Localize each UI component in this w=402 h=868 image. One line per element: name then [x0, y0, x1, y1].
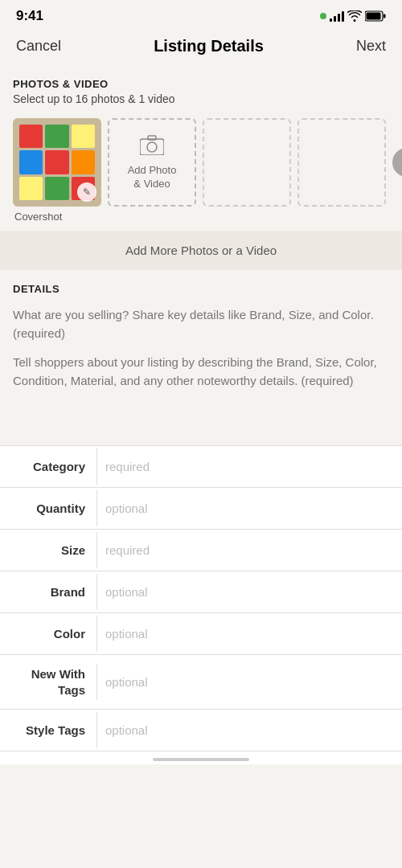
details-section: DETAILS [0, 270, 402, 437]
form-row-color[interactable]: Color optional [0, 613, 402, 655]
form-row-size[interactable]: Size required [0, 530, 402, 571]
brand-value[interactable]: optional [96, 574, 402, 610]
empty-photo-slot-1[interactable] [203, 118, 291, 207]
scroll-indicator [392, 118, 402, 207]
size-value[interactable]: required [96, 532, 402, 568]
size-label: Size [0, 531, 96, 570]
quantity-label: Quantity [0, 489, 96, 528]
photos-section-header: PHOTOS & VIDEO Select up to 16 photos & … [0, 67, 402, 108]
scroll-circle [392, 148, 402, 177]
battery-icon [365, 10, 386, 22]
brand-label: Brand [0, 573, 96, 612]
category-value[interactable]: required [96, 448, 402, 485]
style-tags-label: Style Tags [0, 711, 96, 750]
svg-point-0 [320, 13, 326, 19]
add-photo-button[interactable]: Add Photo& Video [108, 118, 196, 207]
form-row-style-tags[interactable]: Style Tags optional [0, 710, 402, 751]
nav-bar: Cancel Listing Details Next [0, 29, 402, 67]
category-label: Category [0, 448, 96, 486]
empty-photo-slot-2[interactable] [297, 118, 386, 207]
photos-section-subtitle: Select up to 16 photos & 1 video [13, 92, 389, 105]
form-row-new-with-tags[interactable]: New With Tags optional [0, 655, 402, 710]
quantity-value[interactable]: optional [96, 490, 402, 526]
signal-icon [330, 10, 344, 22]
camera-icon [140, 134, 164, 161]
svg-rect-6 [148, 136, 156, 140]
photos-row: ✎ Covershot Add Photo& Video [13, 118, 389, 223]
photos-section-title: PHOTOS & VIDEO [13, 78, 389, 90]
svg-point-5 [147, 142, 157, 152]
color-label: Color [0, 615, 96, 653]
new-with-tags-value[interactable]: optional [96, 664, 402, 700]
form-row-category[interactable]: Category required [0, 446, 402, 488]
form-table: Category required Quantity optional Size… [0, 445, 402, 751]
cancel-button[interactable]: Cancel [16, 38, 61, 55]
style-tags-value[interactable]: optional [96, 712, 402, 748]
covershot-wrapper: ✎ Covershot [13, 118, 101, 223]
photos-scroll-container: ✎ Covershot Add Photo& Video [0, 108, 402, 229]
listing-description-input[interactable] [13, 354, 389, 426]
green-dot-icon [320, 13, 326, 19]
status-icons [320, 10, 386, 22]
new-with-tags-label: New With Tags [0, 655, 96, 709]
listing-title-input[interactable] [13, 306, 389, 342]
svg-rect-3 [384, 14, 386, 18]
page-title: Listing Details [154, 37, 264, 55]
next-button[interactable]: Next [356, 38, 386, 55]
svg-rect-2 [367, 13, 381, 20]
wifi-icon [347, 10, 362, 22]
add-more-banner[interactable]: Add More Photos or a Video [0, 231, 402, 270]
scroll-indicator-bar [0, 751, 402, 764]
scroll-progress-bar [153, 758, 249, 761]
form-row-brand[interactable]: Brand optional [0, 571, 402, 613]
form-row-quantity[interactable]: Quantity optional [0, 488, 402, 530]
svg-rect-4 [140, 139, 164, 155]
details-section-title: DETAILS [13, 283, 389, 295]
color-value[interactable]: optional [96, 616, 402, 652]
covershot-image[interactable]: ✎ [13, 118, 101, 207]
edit-photo-button[interactable]: ✎ [77, 182, 96, 202]
covershot-label: Covershot [13, 211, 101, 223]
status-bar: 9:41 [0, 0, 402, 29]
add-photo-label: Add Photo& Video [128, 164, 177, 191]
status-time: 9:41 [16, 8, 43, 24]
